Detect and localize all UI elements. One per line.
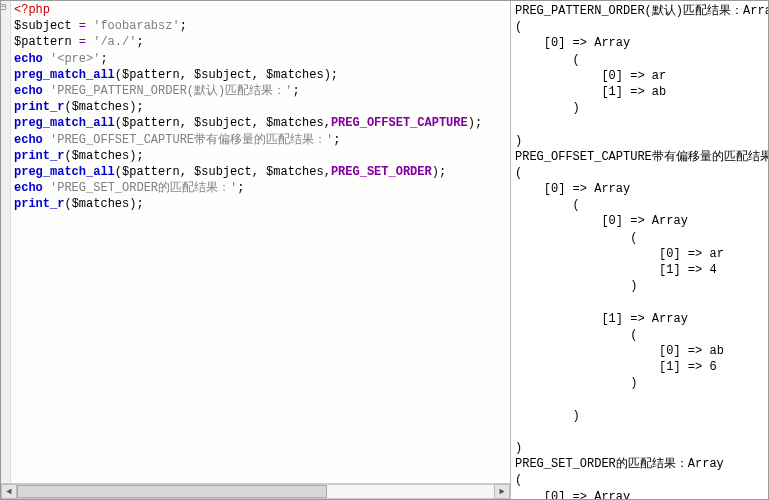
code-token: ); bbox=[324, 68, 338, 82]
code-token: echo bbox=[14, 133, 43, 147]
code-token: , bbox=[180, 68, 194, 82]
code-token: print_r bbox=[14, 149, 64, 163]
code-token: $matches bbox=[266, 165, 324, 179]
code-token: $matches bbox=[72, 197, 130, 211]
code-token: preg_match_all bbox=[14, 165, 115, 179]
code-token: 'PREG_OFFSET_CAPTURE带有偏移量的匹配结果：' bbox=[50, 133, 333, 147]
code-token: ); bbox=[129, 149, 143, 163]
code-token: ( bbox=[115, 116, 122, 130]
code-token: , bbox=[324, 165, 331, 179]
code-token: = bbox=[72, 35, 94, 49]
code-token: ( bbox=[115, 68, 122, 82]
scroll-left-button[interactable]: ◄ bbox=[1, 484, 17, 499]
code-token bbox=[43, 52, 50, 66]
code-token: 'PREG_SET_ORDER的匹配结果：' bbox=[50, 181, 237, 195]
output-pane: PREG_PATTERN_ORDER(默认)匹配结果：Array ( [0] =… bbox=[511, 1, 768, 499]
code-token: ); bbox=[432, 165, 446, 179]
code-area[interactable]: <?php $subject = 'foobarabsz'; $pattern … bbox=[12, 1, 510, 499]
scroll-thumb[interactable] bbox=[17, 485, 327, 498]
code-token: preg_match_all bbox=[14, 68, 115, 82]
code-token: $subject bbox=[14, 19, 72, 33]
code-token: , bbox=[180, 165, 194, 179]
code-token: ( bbox=[64, 197, 71, 211]
code-token: $pattern bbox=[122, 165, 180, 179]
code-token: PREG_SET_ORDER bbox=[331, 165, 432, 179]
code-token: print_r bbox=[14, 197, 64, 211]
fold-toggle-icon[interactable]: ⊟ bbox=[1, 1, 6, 13]
code-token: print_r bbox=[14, 100, 64, 114]
code-token: $matches bbox=[72, 149, 130, 163]
code-token: = bbox=[72, 19, 94, 33]
code-token: , bbox=[252, 116, 266, 130]
code-token: echo bbox=[14, 181, 43, 195]
code-token bbox=[43, 133, 50, 147]
scroll-right-button[interactable]: ► bbox=[494, 484, 510, 499]
chevron-right-icon: ► bbox=[499, 487, 504, 497]
code-token: $subject bbox=[194, 68, 252, 82]
code-token: ; bbox=[136, 35, 143, 49]
code-token: , bbox=[252, 68, 266, 82]
code-token: preg_match_all bbox=[14, 116, 115, 130]
output-text: PREG_PATTERN_ORDER(默认)匹配结果：Array ( [0] =… bbox=[515, 4, 768, 499]
code-token: ( bbox=[64, 100, 71, 114]
code-token: ; bbox=[237, 181, 244, 195]
code-token: $pattern bbox=[122, 116, 180, 130]
code-token: ; bbox=[292, 84, 299, 98]
php-open-tag: <?php bbox=[14, 3, 50, 17]
code-token: $subject bbox=[194, 165, 252, 179]
code-token: $subject bbox=[194, 116, 252, 130]
code-token: , bbox=[252, 165, 266, 179]
code-token: '<pre>' bbox=[50, 52, 100, 66]
code-token: ( bbox=[115, 165, 122, 179]
code-token: 'foobarabsz' bbox=[93, 19, 179, 33]
chevron-left-icon: ◄ bbox=[6, 487, 11, 497]
horizontal-scrollbar[interactable]: ◄ ► bbox=[1, 483, 510, 499]
code-token: ; bbox=[180, 19, 187, 33]
code-token: echo bbox=[14, 52, 43, 66]
code-token: echo bbox=[14, 84, 43, 98]
code-token: '/a./' bbox=[93, 35, 136, 49]
scroll-track[interactable] bbox=[17, 484, 494, 499]
code-token: , bbox=[324, 116, 331, 130]
code-token: ; bbox=[100, 52, 107, 66]
code-token: $pattern bbox=[122, 68, 180, 82]
code-token bbox=[43, 181, 50, 195]
code-token: $pattern bbox=[14, 35, 72, 49]
code-token bbox=[43, 84, 50, 98]
code-editor-pane: ⊟ <?php $subject = 'foobarabsz'; $patter… bbox=[1, 1, 511, 499]
fold-gutter: ⊟ bbox=[1, 1, 11, 499]
code-token: PREG_OFFSET_CAPTURE bbox=[331, 116, 468, 130]
code-token: $matches bbox=[266, 68, 324, 82]
code-token: ); bbox=[468, 116, 482, 130]
code-token: ); bbox=[129, 197, 143, 211]
code-token: ( bbox=[64, 149, 71, 163]
editor-window: ⊟ <?php $subject = 'foobarabsz'; $patter… bbox=[0, 0, 769, 500]
code-token: $matches bbox=[72, 100, 130, 114]
code-token: , bbox=[180, 116, 194, 130]
code-token: $matches bbox=[266, 116, 324, 130]
code-token: 'PREG_PATTERN_ORDER(默认)匹配结果：' bbox=[50, 84, 292, 98]
code-token: ; bbox=[333, 133, 340, 147]
code-token: ); bbox=[129, 100, 143, 114]
